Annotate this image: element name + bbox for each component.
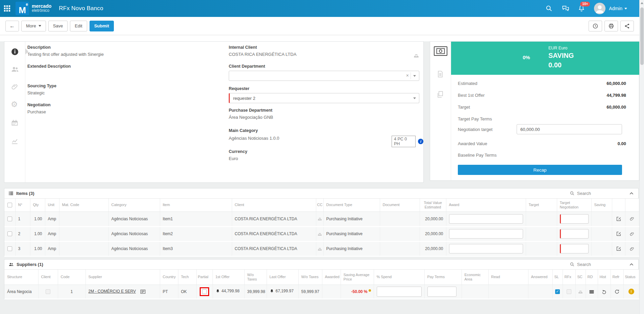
chart-tab-icon[interactable] bbox=[11, 137, 19, 145]
pay-terms-input[interactable] bbox=[427, 287, 456, 297]
supplier-card-icon[interactable] bbox=[140, 289, 146, 294]
history-clock-button[interactable] bbox=[589, 21, 602, 31]
refresh-icon[interactable] bbox=[614, 289, 620, 294]
col-actions-edit bbox=[612, 199, 625, 211]
save-button[interactable]: Save bbox=[48, 21, 68, 31]
page-scrollbar[interactable] bbox=[639, 0, 644, 314]
chevron-down-icon[interactable] bbox=[413, 97, 416, 99]
calendar-tab-icon[interactable] bbox=[11, 119, 19, 127]
items-search[interactable]: Search bbox=[570, 191, 591, 196]
negotiation-target-input[interactable] bbox=[517, 124, 622, 134]
notifications-bell[interactable]: 10+ bbox=[578, 5, 585, 12]
chevron-down-icon[interactable] bbox=[413, 75, 416, 77]
col-tech: Tech bbox=[178, 270, 196, 285]
toolbar-right bbox=[589, 21, 634, 31]
scrollbar-thumb[interactable] bbox=[640, 7, 644, 65]
partial-checkbox[interactable] bbox=[202, 289, 207, 294]
recap-button[interactable]: Recap bbox=[458, 165, 622, 175]
target-negotiation-input[interactable] bbox=[560, 229, 589, 239]
attachments-tab-icon[interactable] bbox=[11, 83, 19, 91]
client-department-select[interactable]: × bbox=[229, 71, 419, 81]
spend-input[interactable] bbox=[377, 287, 422, 297]
print-button[interactable] bbox=[604, 21, 618, 31]
user-menu[interactable]: Admin bbox=[609, 6, 627, 11]
requester-select[interactable]: requester 2 bbox=[229, 93, 419, 103]
history-undo-icon[interactable] bbox=[601, 289, 607, 294]
app-grid-icon[interactable] bbox=[3, 5, 11, 12]
field-sourcing-type: Sourcing Type Strategic bbox=[27, 84, 183, 95]
paperclip-icon[interactable] bbox=[629, 216, 635, 221]
card-list-icon[interactable] bbox=[589, 290, 594, 294]
edit-button[interactable]: Edit bbox=[70, 21, 87, 31]
description-value: Testing first offer adjusted with Sinerg… bbox=[27, 52, 183, 57]
col-code: Code bbox=[58, 270, 85, 285]
supplier-link[interactable]: 2M - COMÉRCIO E SERV bbox=[89, 289, 136, 294]
paperclip-icon[interactable] bbox=[629, 246, 635, 251]
paperclip-icon[interactable] bbox=[629, 231, 635, 237]
pc-ph-badge: 4 PC 0 PH bbox=[392, 136, 416, 147]
col-document: Document bbox=[380, 199, 420, 211]
phone-icon bbox=[317, 216, 322, 221]
col-partial: Partial bbox=[196, 270, 213, 285]
bell-icon[interactable] bbox=[270, 289, 274, 293]
col-structure: Structure bbox=[4, 270, 38, 285]
back-button[interactable]: ← bbox=[5, 21, 19, 31]
col-saving: Saving bbox=[591, 199, 612, 211]
status-warning-icon[interactable]: ! bbox=[628, 289, 634, 294]
avatar[interactable] bbox=[594, 3, 605, 14]
item-checkbox[interactable] bbox=[7, 217, 12, 221]
col-item: Item bbox=[160, 199, 232, 211]
field-negotiation: Negotiation Purchase bbox=[27, 103, 183, 114]
bell-icon[interactable] bbox=[216, 289, 220, 293]
participants-tab-icon[interactable] bbox=[11, 65, 19, 73]
item-checkbox[interactable] bbox=[7, 231, 12, 236]
info-icon[interactable]: i bbox=[418, 139, 423, 144]
chevron-down-icon bbox=[39, 25, 41, 27]
sourcing-type-value: Strategic bbox=[27, 90, 183, 95]
suppliers-header: Suppliers (1) Search bbox=[4, 260, 638, 270]
saving-money-tab-icon[interactable] bbox=[434, 46, 447, 56]
sl-checkbox[interactable] bbox=[555, 289, 560, 294]
clear-icon[interactable]: × bbox=[406, 73, 409, 78]
brand-name-line2: eletrônico bbox=[32, 8, 51, 13]
suppliers-search[interactable]: Search bbox=[570, 262, 591, 267]
col-wo-taxes-1: W/o Taxes bbox=[244, 270, 267, 285]
edit-icon[interactable] bbox=[616, 231, 621, 237]
award-input[interactable] bbox=[449, 244, 523, 253]
rfx-screen: M e mercado eletrônico RFx Novo Banco 10… bbox=[0, 0, 644, 314]
suppliers-collapse-chevron[interactable] bbox=[629, 262, 634, 267]
col-mat-code: Mat. Code bbox=[59, 199, 108, 211]
select-all-items-checkbox[interactable] bbox=[7, 203, 12, 207]
search-icon bbox=[570, 191, 575, 196]
items-header-row: N° Qty Unit Mat. Code Category Item Clie… bbox=[4, 199, 639, 211]
more-button[interactable]: More bbox=[21, 21, 46, 31]
page-title: RFx Novo Banco bbox=[59, 5, 103, 12]
search-icon[interactable] bbox=[545, 5, 553, 12]
target-negotiation-input[interactable] bbox=[560, 244, 589, 253]
share-button[interactable] bbox=[620, 21, 634, 31]
submit-button[interactable]: Submit bbox=[90, 21, 114, 31]
award-input[interactable] bbox=[449, 229, 523, 239]
col-country: Country bbox=[160, 270, 178, 285]
suppliers-section: Suppliers (1) Search Structure Client Co… bbox=[4, 259, 639, 299]
edit-icon[interactable] bbox=[616, 216, 621, 222]
info-tab-icon[interactable] bbox=[11, 48, 19, 56]
field-main-category: Main Category Agências Noticiosas 1.0.0 bbox=[229, 128, 419, 141]
document-tab-icon[interactable] bbox=[437, 70, 445, 78]
chat-icon[interactable] bbox=[562, 5, 569, 12]
settings-gear-icon[interactable]: ⚙ bbox=[11, 100, 19, 109]
warning-dot-icon bbox=[369, 289, 371, 292]
logo-letter-m: M bbox=[19, 5, 26, 15]
internal-client-value: COSTA RICA ENERGÉTICA LTDA bbox=[229, 52, 419, 57]
edit-icon[interactable] bbox=[616, 246, 621, 251]
award-input[interactable] bbox=[449, 214, 523, 224]
col-sc: SC bbox=[575, 270, 586, 285]
item-checkbox[interactable] bbox=[7, 246, 12, 251]
items-collapse-chevron[interactable] bbox=[629, 191, 634, 196]
row-baseline-pay-terms: Baseline Pay Terms bbox=[458, 153, 626, 158]
brand-logo[interactable]: M e mercado eletrônico bbox=[16, 2, 51, 15]
phone-icon bbox=[578, 289, 583, 294]
scrollbar-up-arrow[interactable] bbox=[641, 2, 643, 4]
target-negotiation-input[interactable] bbox=[560, 214, 589, 224]
copy-tab-icon[interactable] bbox=[437, 90, 445, 98]
